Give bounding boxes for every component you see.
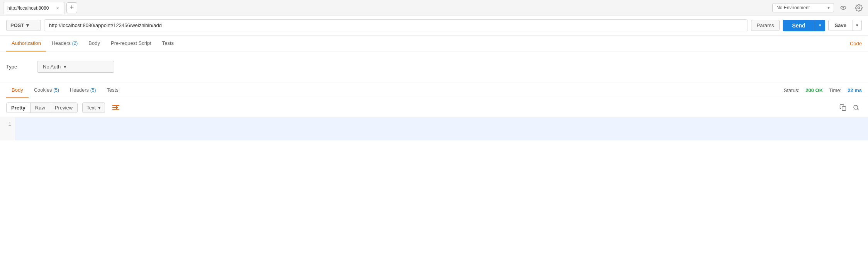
request-tabs: Authorization Headers (2) Body Pre-reque…: [0, 36, 868, 51]
auth-type-value: No Auth: [43, 64, 61, 70]
svg-point-2: [858, 7, 860, 9]
tab-prerequest[interactable]: Pre-request Script: [105, 36, 157, 51]
environment-selector[interactable]: No Environment ▾: [772, 3, 834, 12]
format-raw-button[interactable]: Raw: [31, 103, 50, 113]
format-group: Pretty Raw Preview: [6, 103, 78, 113]
code-link[interactable]: Code: [850, 41, 862, 46]
svg-rect-6: [842, 107, 846, 111]
request-bar: POST ▾ Params Send ▾ Save ▾: [0, 15, 868, 36]
svg-point-7: [854, 105, 858, 109]
tab-body[interactable]: Body: [83, 36, 105, 51]
auth-type-selector[interactable]: No Auth ▾: [37, 61, 114, 73]
svg-point-1: [843, 7, 844, 8]
format-type-label: Text: [86, 105, 96, 111]
gear-icon-button[interactable]: [853, 2, 865, 14]
method-selector[interactable]: POST ▾: [6, 20, 41, 31]
tab-headers[interactable]: Headers (2): [46, 36, 83, 51]
status-value: 200 OK: [805, 87, 823, 93]
time-value: 22 ms: [848, 87, 862, 93]
tab-close-button[interactable]: ×: [54, 5, 61, 11]
format-pretty-button[interactable]: Pretty: [7, 103, 31, 113]
send-dropdown-button[interactable]: ▾: [815, 20, 825, 31]
url-input[interactable]: [44, 19, 748, 31]
params-button[interactable]: Params: [751, 20, 780, 31]
response-tab-cookies[interactable]: Cookies (5): [29, 82, 64, 98]
format-type-selector[interactable]: Text ▾: [82, 103, 105, 113]
auth-dropdown-arrow-icon: ▾: [64, 64, 66, 70]
new-tab-button[interactable]: +: [66, 2, 77, 13]
svg-line-8: [857, 109, 858, 110]
save-group: Save ▾: [828, 20, 862, 31]
environment-label: No Environment: [776, 5, 810, 10]
response-tabs: Body Cookies (5) Headers (5) Tests Statu…: [0, 82, 868, 98]
cookies-badge: (5): [53, 87, 59, 93]
method-label: POST: [10, 22, 24, 28]
response-body: 1: [0, 117, 868, 148]
environment-arrow-icon: ▾: [827, 5, 830, 10]
status-text-label: Status:: [784, 87, 799, 93]
format-type-arrow-icon: ▾: [98, 105, 101, 111]
time-text-label: Time:: [829, 87, 841, 93]
active-browser-tab[interactable]: http://localhost:8080 ×: [3, 2, 65, 14]
response-headers-badge: (5): [90, 87, 96, 93]
line-numbers: 1: [0, 117, 15, 140]
wrap-lines-button[interactable]: [110, 101, 122, 114]
send-group: Send ▾: [783, 20, 825, 31]
response-tab-headers[interactable]: Headers (5): [64, 82, 101, 98]
copy-button[interactable]: [837, 102, 849, 113]
search-button[interactable]: [850, 102, 862, 113]
format-preview-button[interactable]: Preview: [50, 103, 77, 113]
response-status-bar: Status: 200 OK Time: 22 ms: [784, 87, 862, 93]
send-button[interactable]: Send: [783, 20, 814, 31]
tab-authorization[interactable]: Authorization: [6, 36, 46, 51]
save-dropdown-button[interactable]: ▾: [853, 20, 861, 31]
tab-title: http://localhost:8080: [7, 5, 51, 11]
code-area: 1: [0, 117, 868, 140]
response-section: Body Cookies (5) Headers (5) Tests Statu…: [0, 82, 868, 148]
toolbar-right-icons: [837, 102, 862, 113]
tab-bar-right: No Environment ▾: [772, 2, 865, 14]
response-tab-body[interactable]: Body: [6, 82, 29, 98]
save-button[interactable]: Save: [829, 20, 853, 31]
code-content[interactable]: [15, 117, 868, 140]
auth-type-label: Type: [6, 64, 29, 70]
tab-tests[interactable]: Tests: [157, 36, 179, 51]
tab-bar: http://localhost:8080 × + No Environment…: [0, 0, 868, 15]
response-toolbar: Pretty Raw Preview Text ▾: [0, 98, 868, 117]
headers-badge: (2): [72, 41, 78, 46]
method-arrow-icon: ▾: [26, 22, 29, 28]
eye-icon-button[interactable]: [837, 2, 849, 14]
response-tab-tests[interactable]: Tests: [101, 82, 124, 98]
auth-section: Type No Auth ▾: [0, 51, 868, 82]
